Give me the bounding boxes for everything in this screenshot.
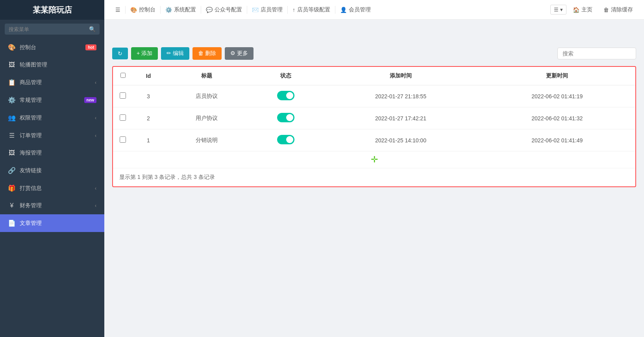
sidebar-label-dashboard: 控制台 (20, 44, 85, 51)
col-header-Id: Id (133, 67, 164, 85)
sidebar-item-common[interactable]: ⚙️ 常规管理 new (0, 91, 104, 109)
table-row: 2用户协议 2022-01-27 17:42:212022-06-02 01:4… (113, 107, 635, 129)
delete-button[interactable]: 🗑 删除 (192, 47, 222, 60)
search-box-right (557, 48, 636, 59)
move-cursor-cell: ✛ (113, 151, 635, 168)
row-status-1[interactable] (249, 129, 322, 151)
select-all-checkbox[interactable] (120, 73, 126, 78)
sidebar-arrow-goods: ‹ (95, 80, 96, 85)
sidebar-icon-common: ⚙️ (8, 96, 16, 104)
sidebar-item-permission[interactable]: 👥 权限管理 ‹ (0, 109, 104, 127)
sidebar-icon-permission: 👥 (8, 114, 16, 122)
nav-home[interactable]: 🏠主页 (568, 6, 597, 13)
row-id-3: 3 (133, 85, 164, 107)
sidebar-item-poster[interactable]: 🖼 海报管理 (0, 144, 104, 162)
col-header-添加时间: 添加时间 (322, 67, 479, 85)
nav-label-公众号配置: 公众号配置 (215, 6, 242, 13)
sidebar-icon-finance: ¥ (8, 202, 16, 209)
table-body: 3店员协议 2022-01-27 21:18:552022-06-02 01:4… (113, 85, 635, 168)
top-nav-right: ☰▾🏠主页🗑清除缓存 (550, 5, 638, 15)
row-select-3[interactable] (120, 92, 126, 99)
sidebar-icon-article: 📄 (8, 219, 16, 227)
sidebar-item-banner[interactable]: 🖼 轮播图管理 (0, 56, 104, 74)
sidebar-label-poster: 海报管理 (20, 149, 96, 157)
home-label: 主页 (581, 6, 592, 13)
table-header: Id标题状态添加时间更新时间 (113, 67, 635, 85)
sidebar-item-rewards[interactable]: 🎁 打赏信息 ‹ (0, 179, 104, 197)
nav-label-控制台: 控制台 (139, 6, 155, 13)
nav-label-店员等级配置: 店员等级配置 (297, 6, 330, 13)
sidebar-label-rewards: 打赏信息 (20, 185, 95, 192)
nav-icon-公众号配置: 💬 (206, 7, 213, 13)
row-id-2: 2 (133, 107, 164, 129)
toggle-3[interactable] (277, 91, 294, 100)
sidebar-item-finance[interactable]: ¥ 财务管理 ‹ (0, 197, 104, 214)
refresh-button[interactable]: ↻ (112, 48, 128, 59)
nav-clear-cache[interactable]: 🗑清除缓存 (599, 6, 638, 13)
row-status-3[interactable] (249, 85, 322, 107)
sidebar-icon-poster: 🖼 (8, 149, 16, 157)
nav-icon-控制台: 🎨 (130, 7, 137, 13)
search-input[interactable] (557, 48, 636, 59)
sidebar-item-dashboard[interactable]: 🎨 控制台 hot (0, 39, 104, 56)
table-row: 1分销说明 2022-01-25 14:10:002022-06-02 01:4… (113, 129, 635, 151)
sidebar-arrow-order: ‹ (95, 133, 96, 138)
row-updatetime-2: 2022-06-02 01:41:32 (479, 107, 635, 129)
sidebar-label-article: 文章管理 (20, 220, 96, 227)
nav-item-系统配置[interactable]: ⚙️系统配置 (161, 6, 201, 13)
row-status-2[interactable] (249, 107, 322, 129)
toggle-2[interactable] (277, 113, 294, 122)
add-button[interactable]: + 添加 (131, 47, 158, 60)
toggle-slider-1 (277, 135, 294, 144)
sidebar-arrow-permission: ‹ (95, 115, 96, 121)
sidebar-label-links: 友情链接 (20, 167, 96, 174)
move-cursor-row: ✛ (113, 151, 635, 168)
sidebar-search-icon[interactable]: 🔍 (89, 26, 96, 32)
row-select-1[interactable] (120, 136, 126, 143)
sidebar-arrow-rewards: ‹ (95, 186, 96, 191)
pagination-info: 显示第 1 到第 3 条记录，总共 3 条记录 (113, 168, 635, 186)
nav-icon-店员管理: ✉️ (252, 7, 259, 13)
sidebar-item-links[interactable]: 🔗 友情链接 (0, 162, 104, 179)
hamburger-dropdown-arrow: ▾ (560, 7, 563, 13)
nav-item-会员管理[interactable]: 👤会员管理 (335, 6, 376, 13)
row-title-3: 店员协议 (164, 85, 249, 107)
nav-item-店员等级配置[interactable]: ↑店员等级配置 (288, 6, 335, 13)
drag-handle-icon[interactable]: ✛ (371, 155, 378, 165)
sidebar-item-goods[interactable]: 📋 商品管理 ‹ (0, 74, 104, 91)
sidebar-label-common: 常规管理 (20, 97, 84, 104)
sidebar-badge-common: new (84, 97, 96, 103)
row-title-1: 分销说明 (164, 129, 249, 151)
toggle-1[interactable] (277, 135, 294, 144)
nav-item-控制台[interactable]: 🎨控制台 (126, 6, 160, 13)
sidebar-item-article[interactable]: 📄 文章管理 (0, 214, 104, 232)
nav-hamburger[interactable]: ☰ (111, 7, 125, 13)
hamburger-right-btn[interactable]: ☰▾ (550, 5, 566, 15)
hamburger-icon: ☰ (115, 7, 120, 13)
row-title-2: 用户协议 (164, 107, 249, 129)
sidebar-search-input[interactable] (9, 26, 86, 32)
row-updatetime-3: 2022-06-02 01:41:19 (479, 85, 635, 107)
sidebar-badge-dashboard: hot (85, 44, 96, 50)
sidebar-search-box[interactable]: 🔍 (5, 24, 100, 35)
hamburger-right-icon: ☰ (554, 7, 559, 13)
sidebar-icon-rewards: 🎁 (8, 184, 16, 192)
clear-cache-icon: 🗑 (603, 7, 609, 13)
nav-item-店员管理[interactable]: ✉️店员管理 (247, 6, 287, 13)
row-select-2[interactable] (120, 114, 126, 121)
row-checkbox-2 (113, 107, 133, 129)
row-addtime-2: 2022-01-27 17:42:21 (322, 107, 479, 129)
sidebar-item-order[interactable]: ☰ 订单管理 ‹ (0, 127, 104, 144)
sidebar-icon-links: 🔗 (8, 167, 16, 174)
col-header-标题: 标题 (164, 67, 249, 85)
edit-button[interactable]: ✏ 编辑 (161, 47, 189, 60)
toggle-slider-3 (277, 91, 294, 100)
row-addtime-1: 2022-01-25 14:10:00 (322, 129, 479, 151)
toggle-slider-2 (277, 113, 294, 122)
home-icon: 🏠 (573, 7, 579, 13)
sidebar-logo: 某某陪玩店 (0, 0, 104, 20)
sidebar-label-permission: 权限管理 (20, 114, 95, 122)
more-button[interactable]: ⚙ 更多 (225, 47, 254, 60)
nav-item-公众号配置[interactable]: 💬公众号配置 (201, 6, 247, 13)
nav-icon-店员等级配置: ↑ (292, 7, 295, 13)
